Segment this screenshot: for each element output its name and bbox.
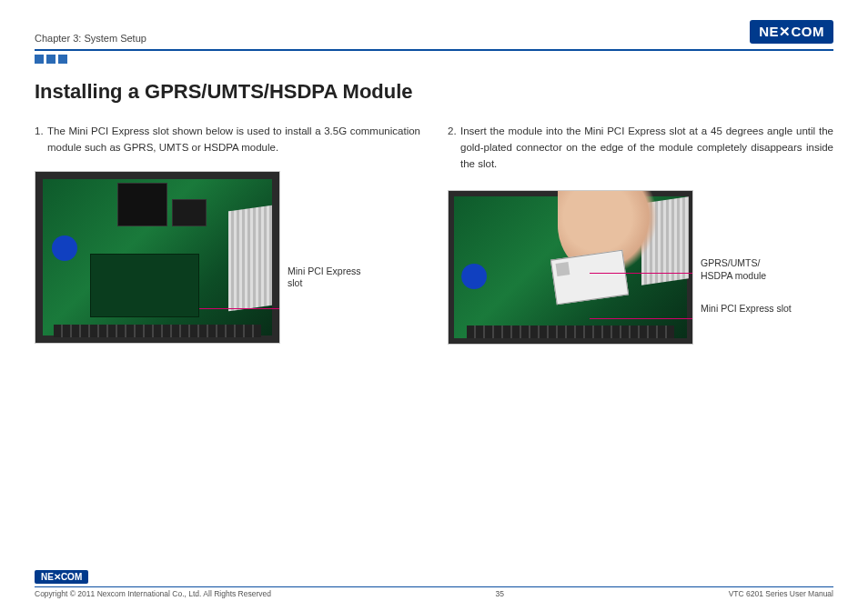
chapter-label: Chapter 3: System Setup bbox=[35, 33, 146, 44]
step-2-text: Insert the module into the Mini PCI Expr… bbox=[460, 124, 833, 172]
page-title: Installing a GPRS/UMTS/HSDPA Module bbox=[35, 80, 833, 104]
doc-title: VTC 6201 Series User Manual bbox=[729, 589, 833, 598]
page-number: 35 bbox=[496, 589, 504, 598]
figure-1-label-slot: Mini PCI Express slot bbox=[288, 265, 369, 290]
leader-line bbox=[199, 308, 280, 309]
figure-1-board-photo bbox=[35, 171, 280, 344]
decoration-squares bbox=[35, 55, 833, 64]
copyright-text: Copyright © 2011 Nexcom International Co… bbox=[35, 589, 271, 598]
leader-line bbox=[590, 318, 693, 319]
column-left: 1. The Mini PCI Express slot shown below… bbox=[35, 124, 420, 345]
brand-logo-top: NE✕COM bbox=[750, 20, 833, 44]
figure-2-label-module: GPRS/UMTS/ HSDPA module bbox=[701, 257, 792, 282]
column-right: 2. Insert the module into the Mini PCI E… bbox=[448, 124, 833, 345]
brand-logo-bottom: NE✕COM bbox=[35, 570, 88, 584]
figure-2-label-slot: Mini PCI Express slot bbox=[701, 303, 792, 316]
footer-rule bbox=[35, 586, 833, 588]
leader-line bbox=[590, 273, 693, 274]
header-rule bbox=[35, 49, 833, 51]
step-1-text: The Mini PCI Express slot shown below is… bbox=[47, 124, 420, 156]
step-2-number: 2. bbox=[448, 124, 460, 172]
figure-2-board-photo bbox=[448, 190, 693, 345]
step-1-number: 1. bbox=[35, 124, 47, 156]
